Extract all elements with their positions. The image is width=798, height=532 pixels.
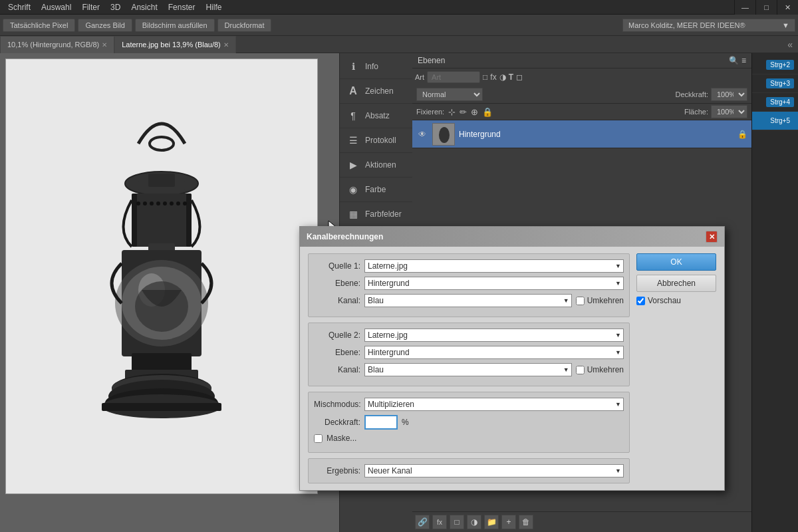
layer-thumbnail <box>432 123 455 146</box>
deckkraft-select[interactable]: 100% <box>711 88 747 101</box>
menu-fenster[interactable]: Fenster <box>163 1 201 13</box>
side-panel-farbe-label: Farbe <box>365 185 386 194</box>
umkehren2-checkbox[interactable] <box>576 366 585 374</box>
tab-collapse-button[interactable]: « <box>782 39 798 50</box>
shortcut-strg4[interactable]: Strg+4 <box>752 93 798 112</box>
bildschirm-ausfullen-button[interactable]: Bildschirm ausfüllen <box>135 19 215 32</box>
tab-laterne-label: Laterne.jpg bei 13,9% (Blau/8) <box>122 41 221 49</box>
add-mask-button[interactable]: □ <box>450 515 464 529</box>
quelle2-select-wrap: Laterne.jpg <box>364 329 624 342</box>
layer-visibility-icon[interactable]: 👁 <box>416 128 428 140</box>
svg-point-23 <box>143 201 147 205</box>
menu-3d[interactable]: 3D <box>105 1 126 13</box>
umkehren1-row: Umkehren <box>576 296 624 305</box>
shortcut-strg3[interactable]: Strg+3 <box>752 74 798 93</box>
close-button[interactable]: ✕ <box>777 0 798 15</box>
tab-hintergrund[interactable]: 10,1% (Hintergrund, RGB/8) ✕ <box>0 36 114 53</box>
ebenen-options-icon[interactable]: ≡ <box>741 56 746 65</box>
quelle1-select[interactable]: Laterne.jpg <box>364 259 624 273</box>
dialog-deckkraft-row: Deckkraft: 100 % <box>314 415 624 430</box>
tab-laterne[interactable]: Laterne.jpg bei 13,9% (Blau/8) ✕ <box>114 36 236 53</box>
fx-icon[interactable]: fx <box>490 72 496 82</box>
tab-hintergrund-close[interactable]: ✕ <box>102 41 107 49</box>
shortcut-strg5-label: Strg+5 <box>766 116 794 126</box>
menu-schrift[interactable]: Schrift <box>3 1 36 13</box>
druckformat-button[interactable]: Druckformat <box>217 19 272 32</box>
side-panel-protokoll[interactable]: ☰ Protokoll <box>340 128 412 153</box>
profile-selector[interactable]: Marco Kolditz, MEER DER IDEEN® ▼ <box>622 19 795 32</box>
mischmodus-select[interactable]: Multiplizieren <box>364 398 624 411</box>
fix-move-icon[interactable]: ⊹ <box>448 107 456 117</box>
menu-filter[interactable]: Filter <box>76 1 105 13</box>
menu-ansicht[interactable]: Ansicht <box>126 1 162 13</box>
fix-position-icon[interactable]: ⊕ <box>471 107 478 117</box>
side-panel-farbfelder-label: Farbfelder <box>365 209 402 219</box>
dialog-cancel-button[interactable]: Abbrechen <box>636 275 716 292</box>
side-panel-zeichen[interactable]: A Zeichen <box>340 79 412 104</box>
minimize-button[interactable]: — <box>734 0 755 15</box>
quelle2-select[interactable]: Laterne.jpg <box>364 329 624 342</box>
dialog-ok-button[interactable]: OK <box>636 253 716 271</box>
layer-hintergrund[interactable]: 👁 Hintergrund 🔒 <box>412 120 751 148</box>
ergebnis-select[interactable]: Neuer Kanal <box>364 464 624 477</box>
dialog-right-section: OK Abbrechen Vorschau <box>636 253 716 483</box>
kanalberechnungen-dialog[interactable]: Kanalberechnungen ✕ Quelle 1: Laterne.jp… <box>299 226 725 491</box>
side-panel-absatz[interactable]: ¶ Absatz <box>340 104 412 128</box>
umkehren2-label: Umkehren <box>587 365 624 374</box>
profile-chevron-icon: ▼ <box>782 21 789 29</box>
flache-group: Fläche: 100% <box>684 105 747 118</box>
svg-rect-7 <box>186 194 192 247</box>
fx-add-button[interactable]: fx <box>432 515 447 529</box>
dialog-title-bar: Kanalberechnungen ✕ <box>300 227 724 247</box>
vorschau-checkbox[interactable] <box>636 297 645 305</box>
blend-mode-select[interactable]: Normal <box>416 88 483 101</box>
umkehren1-checkbox[interactable] <box>576 297 585 305</box>
swatches-icon: ▦ <box>346 207 360 221</box>
new-layer-button[interactable]: + <box>501 515 516 529</box>
tatsaechliche-pixel-button[interactable]: Tatsächliche Pixel <box>3 19 75 32</box>
canvas-area[interactable] <box>0 53 339 532</box>
kanal2-label: Kanal: <box>314 365 360 374</box>
adjustment-button[interactable]: ◑ <box>467 515 481 529</box>
search-type-label: Art <box>415 73 424 81</box>
text-layer-icon[interactable]: T <box>509 72 513 82</box>
side-panel-absatz-label: Absatz <box>365 111 390 120</box>
side-panel-zeichen-label: Zeichen <box>365 86 394 96</box>
maximize-button[interactable]: □ <box>755 0 777 15</box>
ganzes-bild-button[interactable]: Ganzes Bild <box>78 19 132 32</box>
adj-icon[interactable]: ◑ <box>499 72 506 82</box>
ebenen-search-input[interactable] <box>427 71 480 83</box>
flache-select[interactable]: 100% <box>711 105 747 118</box>
dialog-ebene2-row: Ebene: Hintergrund <box>314 346 624 359</box>
side-panel-farbfelder[interactable]: ▦ Farbfelder <box>340 202 412 227</box>
fix-edit-icon[interactable]: ✏ <box>460 107 467 117</box>
menu-auswahl[interactable]: Auswahl <box>36 1 76 13</box>
menu-hilfe[interactable]: Hilfe <box>200 1 227 13</box>
dialog-ebene1-row: Ebene: Hintergrund <box>314 277 624 290</box>
side-panel-farbe[interactable]: ◉ Farbe <box>340 178 412 202</box>
svg-point-25 <box>156 201 160 205</box>
dialog-quelle1-section: Quelle 1: Laterne.jpg Ebene: Hintergrund <box>308 253 630 317</box>
deckkraft-input[interactable]: 100 <box>364 415 398 430</box>
side-panel-aktionen[interactable]: ▶ Aktionen <box>340 153 412 178</box>
dialog-close-button[interactable]: ✕ <box>706 231 718 243</box>
new-group-button[interactable]: 📁 <box>484 515 499 529</box>
shape-icon[interactable]: ◻ <box>516 72 523 82</box>
shortcut-strg2[interactable]: Strg+2 <box>752 56 798 74</box>
ebene2-select[interactable]: Hintergrund <box>364 346 624 359</box>
kanal1-select[interactable]: Blau <box>364 294 572 307</box>
kanal2-select[interactable]: Blau <box>364 363 572 376</box>
delete-layer-button[interactable]: 🗑 <box>519 515 533 529</box>
ebene1-select[interactable]: Hintergrund <box>364 277 624 290</box>
side-panel-protokoll-label: Protokoll <box>365 136 396 145</box>
side-panel-info[interactable]: ℹ Info <box>340 55 412 79</box>
new-layer-icon[interactable]: □ <box>483 72 487 82</box>
menu-bar: Schrift Auswahl Filter 3D Ansicht Fenste… <box>0 0 798 15</box>
lantern-illustration <box>35 77 288 476</box>
shortcut-strg5[interactable]: Strg+5 <box>752 112 798 130</box>
shortcut-strg3-label: Strg+3 <box>766 78 794 88</box>
tab-laterne-close[interactable]: ✕ <box>223 41 229 49</box>
fix-lock-icon[interactable]: 🔒 <box>482 107 493 117</box>
maske-checkbox[interactable] <box>314 434 323 443</box>
link-layers-button[interactable]: 🔗 <box>415 515 430 529</box>
